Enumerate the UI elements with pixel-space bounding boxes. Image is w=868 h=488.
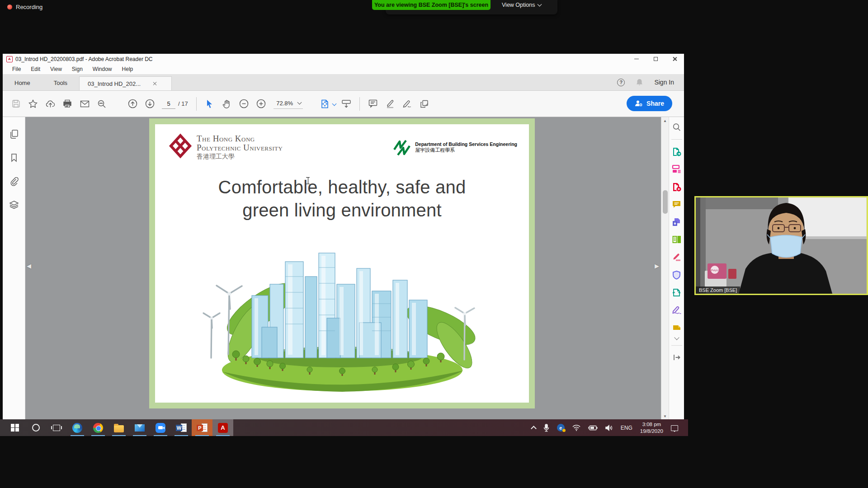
collapse-right-pane-icon[interactable]: ▶ — [655, 263, 659, 269]
page-thumbnails-icon[interactable] — [7, 127, 21, 141]
taskbar-chrome[interactable] — [88, 419, 108, 436]
zoom-in-icon[interactable] — [254, 96, 269, 112]
fill-sign-pen-icon[interactable] — [400, 96, 415, 112]
tab-tools[interactable]: Tools — [42, 75, 79, 90]
antivirus-icon[interactable]: e — [557, 424, 565, 432]
svg-text:PolyU: PolyU — [711, 269, 718, 272]
window-title: 03_Introd HD_20200803.pdf - Adobe Acroba… — [15, 56, 153, 62]
participant-video[interactable]: PolyU BSE Zoom [BSE] — [694, 196, 868, 295]
pdf-page: The Hong Kong Polytechnic University 香港理… — [149, 118, 535, 408]
zoom-meeting-screen: Recording You are viewing BSE Zoom [BSE]… — [0, 0, 868, 488]
view-options-menu[interactable]: View Options — [497, 0, 546, 10]
file-explorer-icon — [114, 425, 124, 432]
menu-edit[interactable]: Edit — [26, 65, 45, 74]
taskbar-zoom[interactable] — [150, 419, 171, 436]
scroll-mode-icon[interactable] — [339, 96, 354, 112]
windows-taskbar: W P A e ENG 3:08 pm 19/8/2020 — [0, 419, 688, 436]
menu-help[interactable]: Help — [117, 65, 138, 74]
fill-and-sign-icon[interactable] — [671, 304, 683, 316]
scroll-up-icon[interactable]: ▲ — [663, 117, 667, 125]
attachments-icon[interactable] — [7, 174, 21, 188]
menu-sign[interactable]: Sign — [67, 65, 88, 74]
open-tools-panel-icon[interactable] — [671, 352, 683, 363]
cortana-icon — [32, 424, 40, 432]
create-pdf-icon[interactable] — [671, 181, 683, 192]
cloud-upload-icon[interactable] — [42, 96, 58, 112]
page-number-input[interactable] — [162, 99, 175, 109]
taskbar-file-explorer[interactable] — [108, 419, 129, 436]
compress-pdf-icon[interactable] — [671, 286, 683, 298]
tab-document[interactable]: 03_Introd HD_202... — [79, 76, 172, 90]
fit-width-icon[interactable] — [317, 96, 333, 112]
minimize-button[interactable] — [627, 54, 646, 64]
taskbar-powerpoint[interactable]: P — [192, 419, 212, 436]
chevron-down-icon — [538, 2, 542, 7]
page-count-label: / 17 — [178, 100, 188, 107]
save-icon[interactable] — [8, 96, 24, 112]
start-button[interactable] — [5, 419, 25, 436]
zoom-level-control[interactable]: 72.8% — [274, 99, 303, 109]
bookmarks-icon[interactable] — [7, 150, 21, 165]
task-view-button[interactable] — [46, 419, 67, 436]
webcam-video-frame: PolyU — [696, 197, 867, 294]
edit-pdf-icon[interactable] — [671, 163, 683, 175]
protect-icon[interactable] — [671, 269, 683, 281]
scrollbar-thumb[interactable] — [663, 190, 668, 214]
comment-icon[interactable] — [365, 96, 381, 112]
search-icon[interactable] — [94, 96, 109, 112]
more-tools-icon[interactable] — [417, 96, 432, 112]
time-label: 3:08 pm — [640, 421, 663, 427]
print-icon[interactable] — [60, 96, 75, 112]
export-pdf-icon[interactable] — [671, 145, 683, 157]
more-tools-stamp-icon[interactable] — [671, 322, 683, 333]
menu-view[interactable]: View — [45, 65, 67, 74]
taskbar-acrobat[interactable]: A — [212, 419, 233, 436]
organize-pages-icon[interactable] — [671, 234, 683, 245]
language-indicator[interactable]: ENG — [621, 425, 632, 431]
sign-in-button[interactable]: Sign In — [654, 79, 674, 86]
taskbar-clock[interactable]: 3:08 pm 19/8/2020 — [640, 421, 663, 434]
previous-page-icon[interactable] — [125, 96, 140, 112]
next-page-icon[interactable] — [142, 96, 157, 112]
layers-icon[interactable] — [7, 197, 21, 212]
help-icon[interactable]: ? — [617, 79, 625, 86]
collapse-left-pane-icon[interactable]: ◀ — [27, 263, 31, 269]
select-pointer-icon[interactable] — [202, 96, 217, 112]
combine-files-icon[interactable] — [671, 216, 683, 228]
action-center-icon[interactable] — [671, 425, 678, 431]
comment-tool-icon[interactable] — [671, 198, 683, 210]
search-tools-icon[interactable] — [671, 122, 683, 133]
email-icon[interactable] — [77, 96, 92, 112]
chevron-down-icon[interactable] — [332, 102, 336, 106]
star-favorites-icon[interactable] — [25, 96, 41, 112]
recording-dot-icon — [7, 5, 12, 9]
tab-home[interactable]: Home — [3, 75, 42, 90]
highlighter-icon[interactable] — [382, 96, 398, 112]
taskbar-word[interactable]: W — [171, 419, 192, 436]
window-titlebar[interactable]: A 03_Introd HD_20200803.pdf - Adobe Acro… — [3, 54, 684, 64]
speaker-icon[interactable] — [605, 425, 613, 431]
maximize-button[interactable] — [646, 54, 665, 64]
taskbar-mail[interactable] — [129, 419, 150, 436]
date-label: 19/8/2020 — [640, 428, 663, 434]
more-tools-chevron-icon[interactable] — [674, 335, 679, 340]
close-tab-icon[interactable] — [152, 81, 157, 86]
taskbar-edge[interactable] — [67, 419, 88, 436]
notifications-bell-icon[interactable] — [636, 78, 643, 86]
vertical-scrollbar[interactable]: ▲ ▼ — [661, 117, 669, 420]
zoom-out-icon[interactable] — [236, 96, 252, 112]
share-button[interactable]: Share — [627, 96, 672, 111]
menu-window[interactable]: Window — [88, 65, 117, 74]
search-button[interactable] — [25, 419, 46, 436]
document-view[interactable]: The Hong Kong Polytechnic University 香港理… — [25, 117, 661, 420]
wifi-icon[interactable] — [572, 425, 580, 431]
hand-pan-icon[interactable] — [219, 96, 235, 112]
chevron-down-icon — [297, 100, 302, 105]
screen-share-banner: You are viewing BSE Zoom [BSE]'s screen — [372, 0, 491, 10]
microphone-icon[interactable] — [543, 424, 549, 432]
menu-file[interactable]: File — [7, 65, 26, 74]
redact-icon[interactable] — [671, 251, 683, 263]
battery-icon[interactable] — [588, 425, 598, 431]
tray-expand-icon[interactable] — [531, 426, 537, 432]
close-button[interactable] — [665, 54, 684, 64]
